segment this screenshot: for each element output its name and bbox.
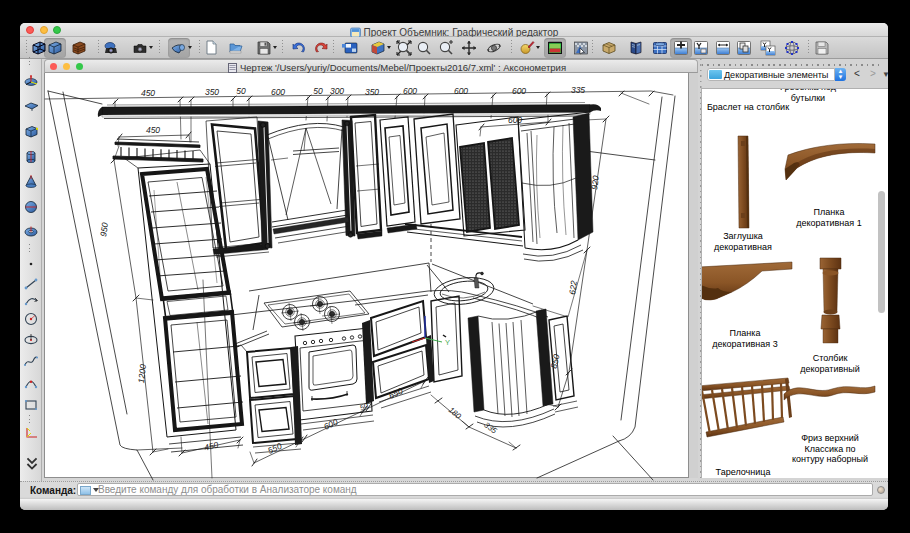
svg-text:50: 50: [236, 86, 246, 96]
svg-text:600: 600: [271, 87, 285, 97]
svg-text:50: 50: [313, 86, 323, 96]
svg-text:622: 622: [567, 280, 579, 296]
svg-text:600: 600: [403, 86, 417, 96]
svg-text:335: 335: [482, 420, 499, 435]
svg-text:180: 180: [447, 405, 463, 421]
svg-text:335: 335: [571, 85, 585, 95]
svg-text:600: 600: [454, 86, 468, 96]
svg-text:450: 450: [203, 439, 219, 452]
svg-text:950: 950: [98, 221, 110, 237]
svg-text:300: 300: [330, 86, 344, 96]
svg-text:600: 600: [512, 86, 526, 96]
svg-text:550: 550: [266, 441, 283, 456]
svg-text:350: 350: [205, 87, 219, 97]
svg-text:450: 450: [146, 125, 160, 135]
svg-text:350: 350: [365, 87, 379, 97]
svg-text:600: 600: [322, 417, 339, 432]
svg-text:1200: 1200: [136, 363, 148, 383]
svg-text:Y: Y: [445, 338, 450, 347]
svg-text:450: 450: [141, 88, 155, 98]
